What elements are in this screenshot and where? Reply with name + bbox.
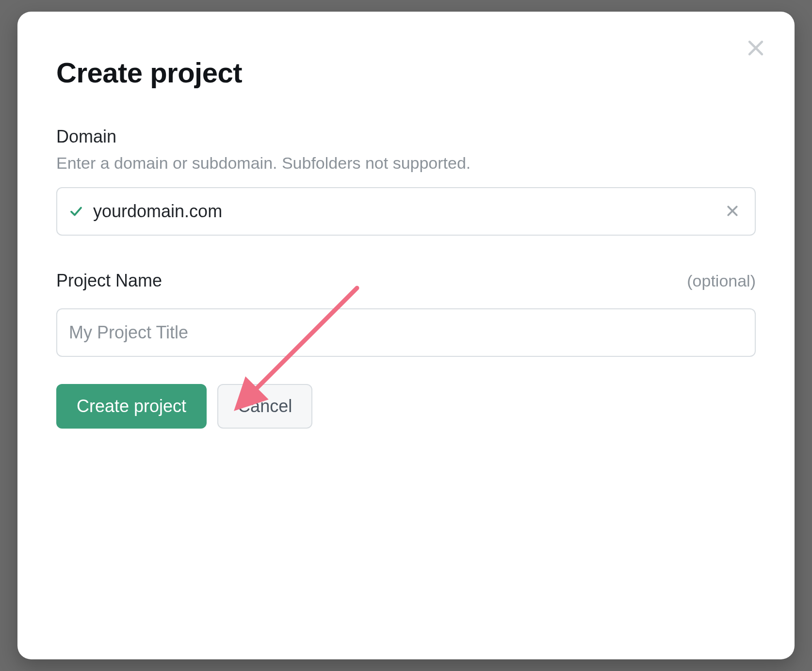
project-name-input[interactable]	[69, 322, 743, 343]
domain-input[interactable]	[93, 201, 722, 222]
optional-badge: (optional)	[687, 272, 756, 290]
cancel-button[interactable]: Cancel	[217, 384, 312, 429]
domain-field-block: Domain Enter a domain or subdomain. Subf…	[56, 127, 756, 236]
button-row: Create project Cancel	[56, 384, 756, 429]
x-icon	[725, 204, 740, 220]
domain-help-text: Enter a domain or subdomain. Subfolders …	[56, 154, 756, 173]
create-project-modal: Create project Domain Enter a domain or …	[17, 12, 795, 659]
create-project-button[interactable]: Create project	[56, 384, 207, 429]
close-icon	[745, 37, 766, 60]
check-icon	[69, 204, 83, 219]
close-button[interactable]	[740, 33, 771, 64]
project-name-input-container	[56, 308, 756, 357]
domain-clear-button[interactable]	[722, 201, 743, 222]
domain-label: Domain	[56, 127, 756, 147]
domain-input-container	[56, 187, 756, 236]
project-name-field-block: Project Name (optional)	[56, 271, 756, 357]
project-name-label: Project Name	[56, 271, 162, 291]
modal-title: Create project	[56, 56, 756, 89]
